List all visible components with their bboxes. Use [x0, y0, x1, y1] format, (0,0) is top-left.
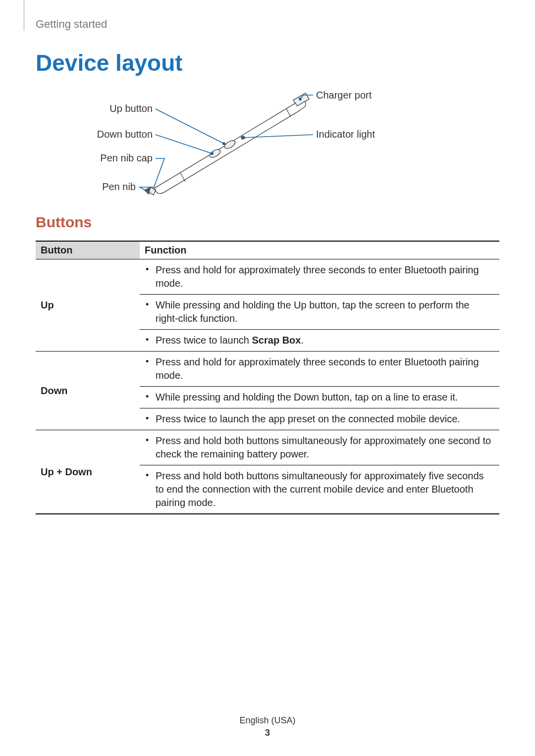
header-rule — [24, 0, 24, 31]
button-name-cell: Up — [36, 259, 140, 352]
function-list: Press and hold for approximately three s… — [140, 259, 499, 351]
label-pen-nib: Pen nib — [98, 181, 136, 193]
button-name-cell: Up + Down — [36, 430, 140, 514]
table-row: UpPress and hold for approximately three… — [36, 259, 499, 352]
button-name-cell: Down — [36, 352, 140, 430]
function-item: Press twice to launch Scrap Box. — [140, 329, 499, 351]
function-cell: Press and hold both buttons simultaneous… — [140, 430, 499, 514]
page-title: Device layout — [36, 50, 183, 76]
function-cell: Press and hold for approximately three s… — [140, 259, 499, 352]
table-row: Up + DownPress and hold both buttons sim… — [36, 430, 499, 514]
manual-page: Getting started Device layout — [0, 0, 535, 756]
buttons-heading: Buttons — [36, 214, 92, 231]
footer-page-number: 3 — [0, 728, 535, 738]
label-down-button: Down button — [85, 129, 153, 140]
footer-language: English (USA) — [239, 715, 295, 725]
function-list: Press and hold for approximately three s… — [140, 352, 499, 430]
label-pen-nib-cap: Pen nib cap — [94, 152, 153, 164]
label-up-button: Up button — [98, 103, 153, 114]
buttons-table: Button Function UpPress and hold for app… — [36, 241, 499, 514]
svg-point-11 — [242, 136, 245, 139]
function-item-prefix: Press twice to launch — [156, 335, 252, 346]
label-indicator-light: Indicator light — [316, 129, 375, 140]
function-item: While pressing and holding the Up button… — [140, 294, 499, 329]
col-header-function: Function — [140, 241, 499, 259]
function-item-bold: Scrap Box — [252, 335, 301, 346]
svg-line-6 — [156, 135, 212, 153]
svg-point-10 — [299, 98, 302, 101]
buttons-tbody: UpPress and hold for approximately three… — [36, 259, 499, 514]
table-row: DownPress and hold for approximately thr… — [36, 352, 499, 430]
page-footer: English (USA) 3 — [0, 715, 535, 738]
function-item: Press and hold both buttons simultaneous… — [140, 430, 499, 465]
function-list: Press and hold both buttons simultaneous… — [140, 430, 499, 513]
function-item-suffix: . — [301, 335, 304, 346]
function-item: Press and hold for approximately three s… — [140, 259, 499, 294]
svg-point-8 — [222, 142, 225, 145]
svg-point-9 — [211, 152, 214, 155]
section-heading: Getting started — [36, 18, 107, 31]
function-item: Press and hold for approximately three s… — [140, 352, 499, 386]
col-header-button: Button — [36, 241, 140, 259]
function-item: While pressing and holding the Down butt… — [140, 386, 499, 408]
function-cell: Press and hold for approximately three s… — [140, 352, 499, 430]
function-item: Press and hold both buttons simultaneous… — [140, 465, 499, 513]
device-layout-diagram: Up button Down button Pen nib cap Pen ni… — [36, 84, 462, 208]
label-charger-port: Charger port — [316, 90, 372, 101]
function-item: Press twice to launch the app preset on … — [140, 408, 499, 430]
